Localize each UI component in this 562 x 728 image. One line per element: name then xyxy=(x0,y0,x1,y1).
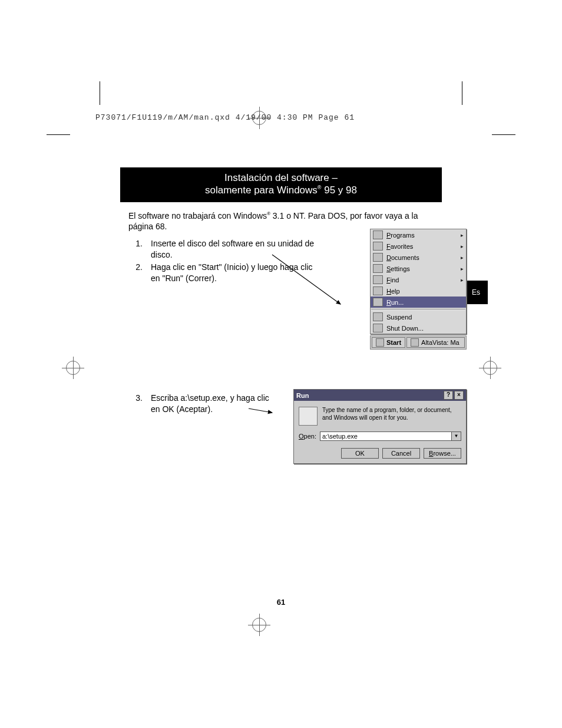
start-button[interactable]: Start xyxy=(372,337,405,348)
title-line-2-post: 95 y 98 xyxy=(322,185,358,196)
cancel-button[interactable]: Cancel xyxy=(382,448,420,459)
title-line-2: solamente para Windows® 95 y 98 xyxy=(120,184,442,196)
start-menu-item-label: Run... xyxy=(386,299,404,306)
start-menu-item-label: Suspend xyxy=(386,314,412,321)
find-icon xyxy=(373,275,383,284)
start-menu-favorites[interactable]: Favorites xyxy=(371,241,466,252)
start-menu-run[interactable]: Run... xyxy=(371,297,466,308)
browser-icon xyxy=(411,338,419,347)
intro-pre: El software no trabajará con Windows xyxy=(128,211,267,220)
start-menu-find[interactable]: Find xyxy=(371,274,466,285)
programs-icon xyxy=(373,230,383,239)
start-menu: Programs Favorites Documents Settings Fi… xyxy=(370,229,467,350)
settings-icon xyxy=(373,264,383,273)
ok-button[interactable]: OK xyxy=(341,448,379,459)
start-menu-programs[interactable]: Programs xyxy=(371,229,466,241)
suspend-icon xyxy=(373,312,383,321)
reg-target-bottom xyxy=(252,618,266,632)
start-menu-item-label: Programs xyxy=(386,232,415,239)
open-label: Open: xyxy=(299,433,316,440)
page-body: Instalación del software – solamente par… xyxy=(99,136,463,616)
run-icon xyxy=(373,298,383,307)
documents-icon xyxy=(373,253,383,262)
open-input[interactable]: a:\setup.exe xyxy=(320,431,452,441)
taskbar: Start AltaVista: Ma xyxy=(370,335,467,350)
open-combobox[interactable]: a:\setup.exe ▼ xyxy=(320,431,461,441)
reg-target-left xyxy=(66,361,80,375)
start-menu-item-label: Find xyxy=(386,276,399,284)
title-line-2-pre: solamente para Windows xyxy=(205,185,318,196)
run-dialog-title: Run xyxy=(296,392,309,399)
run-dialog-body: Type the name of a program, folder, or d… xyxy=(294,401,466,463)
run-dialog-titlebar: Run ? × xyxy=(294,390,466,401)
reg-target-right xyxy=(483,361,497,375)
start-menu-help[interactable]: Help xyxy=(371,285,466,297)
start-menu-panel: Programs Favorites Documents Settings Fi… xyxy=(370,229,467,334)
help-button[interactable]: ? xyxy=(444,391,453,400)
start-menu-item-label: Documents xyxy=(386,254,419,261)
taskbar-task-label: AltaVista: Ma xyxy=(421,339,459,346)
help-icon xyxy=(373,286,383,295)
shutdown-icon xyxy=(373,324,383,332)
start-menu-suspend[interactable]: Suspend xyxy=(371,311,466,322)
print-job-slug: P73071/F1U119/m/AM/man.qxd 4/19/00 4:30 … xyxy=(95,113,355,122)
windows-logo-icon xyxy=(376,338,384,347)
start-menu-item-label: Favorites xyxy=(386,243,413,250)
title-line-1: Instalación del software – xyxy=(120,172,442,184)
close-button[interactable]: × xyxy=(454,391,464,400)
favorites-icon xyxy=(373,242,383,251)
run-dialog-icon xyxy=(299,407,318,426)
taskbar-task[interactable]: AltaVista: Ma xyxy=(406,337,465,348)
page-title: Instalación del software – solamente par… xyxy=(120,167,442,202)
start-menu-item-label: Shut Down... xyxy=(386,325,424,332)
page-number: 61 xyxy=(99,598,463,607)
start-menu-documents[interactable]: Documents xyxy=(371,252,466,263)
registered-mark: ® xyxy=(318,185,322,191)
start-menu-settings[interactable]: Settings xyxy=(371,263,466,274)
browse-button[interactable]: Browse... xyxy=(424,448,461,459)
step-3-num: 3. xyxy=(128,393,151,415)
start-menu-item-label: Help xyxy=(386,288,400,295)
run-dialog-description: Type the name of a program, folder, or d… xyxy=(322,407,461,421)
arrow-to-run xyxy=(271,253,342,307)
start-menu-shutdown[interactable]: Shut Down... xyxy=(371,322,466,334)
start-button-label: Start xyxy=(386,339,401,346)
step-2-num: 2. xyxy=(128,262,151,284)
language-tab: Es xyxy=(464,281,488,304)
run-dialog: Run ? × Type the name of a program, fold… xyxy=(293,389,467,464)
start-menu-item-label: Settings xyxy=(386,265,410,272)
step-1-num: 1. xyxy=(128,238,151,261)
start-menu-separator xyxy=(371,309,465,310)
arrow-to-ok xyxy=(249,407,273,415)
open-dropdown-button[interactable]: ▼ xyxy=(452,431,461,441)
